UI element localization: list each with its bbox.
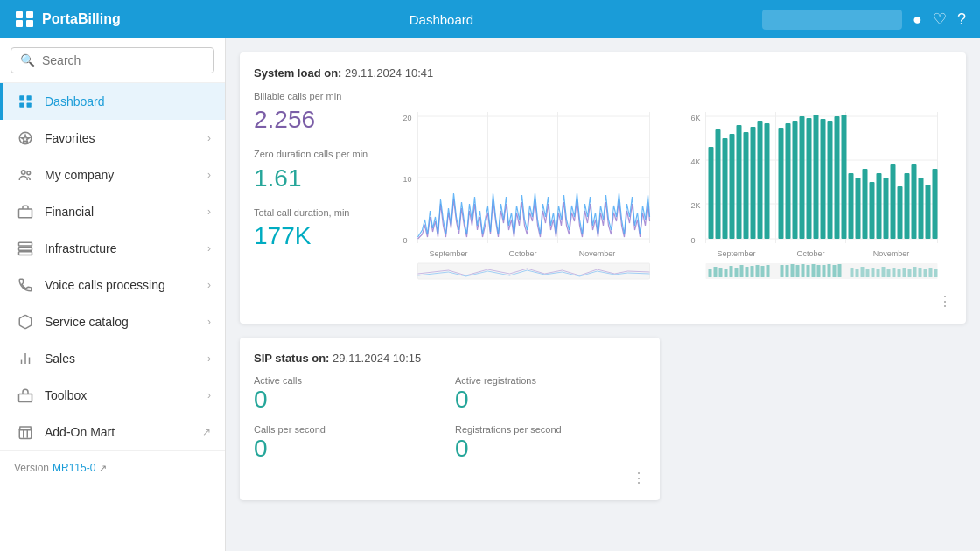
sidebar-item-financial[interactable]: Financial › [0,193,225,230]
svg-rect-91 [756,265,760,277]
sip-expand-icon[interactable]: ⋮ [632,470,646,486]
sip-status-card: SIP status on: 29.11.2024 10:15 Active c… [240,338,660,500]
sip-calls-sec-value: 0 [254,435,444,463]
sip-metric-active-calls: Active calls 0 [254,375,444,414]
svg-rect-95 [786,265,789,277]
svg-rect-86 [730,266,733,277]
svg-rect-14 [19,252,32,255]
sidebar-item-dashboard[interactable]: Dashboard [0,83,225,120]
svg-rect-115 [898,269,901,277]
svg-rect-120 [924,269,928,277]
svg-rect-93 [766,265,770,277]
metric-billable-label: Billable calls per min [254,90,376,102]
svg-rect-97 [796,265,800,277]
svg-rect-60 [814,115,819,239]
expand-icon[interactable]: ⋮ [938,293,952,310]
svg-rect-50 [737,125,742,239]
svg-text:2K: 2K [691,201,701,210]
svg-rect-88 [740,265,744,277]
svg-rect-112 [882,267,886,277]
svg-rect-110 [872,268,875,277]
sip-metrics-grid: Active calls 0 Active registrations 0 Ca… [254,375,646,463]
sidebar-item-service-catalog[interactable]: Service catalog › [0,303,225,340]
svg-rect-59 [807,118,812,239]
svg-rect-111 [877,269,880,277]
svg-rect-85 [724,269,728,277]
svg-text:6K: 6K [691,114,701,122]
svg-rect-77 [933,169,938,239]
sidebar-item-label-sales: Sales [45,352,75,366]
help-icon[interactable]: ? [957,10,966,29]
version-link[interactable]: MR115-0 [52,462,95,474]
nav-search-input[interactable] [762,10,902,30]
briefcase-icon [17,203,34,220]
users-icon [17,166,34,184]
svg-rect-11 [19,209,32,218]
svg-rect-108 [861,267,864,277]
svg-rect-116 [903,268,906,277]
sidebar-item-label-addon: Add-On Mart [45,425,115,439]
svg-rect-63 [835,116,840,239]
app-brand: PortaBilling [42,11,121,27]
svg-rect-58 [800,116,805,239]
metric-billable-value: 2.256 [254,106,376,134]
svg-rect-4 [19,95,24,100]
svg-rect-118 [914,267,917,277]
svg-rect-49 [730,134,735,239]
page-title: Dashboard [410,12,473,27]
svg-rect-113 [887,269,891,277]
svg-rect-101 [817,265,821,277]
sidebar-item-toolbox[interactable]: Toolbox › [0,377,225,414]
svg-rect-87 [735,268,738,277]
svg-rect-105 [838,264,842,277]
sidebar-item-sales[interactable]: Sales › [0,340,225,377]
chart-icon [17,350,34,367]
sip-calls-sec-label: Calls per second [254,424,444,435]
metrics-panel: Billable calls per min 2.256 Zero durati… [254,90,376,286]
metric-total-value: 177K [254,222,376,250]
sidebar-item-addon-mart[interactable]: Add-On Mart ↗ [0,414,225,450]
cube-icon [17,313,34,331]
svg-rect-55 [779,128,784,239]
sidebar-item-my-company[interactable]: My company › [0,157,225,193]
sidebar-item-favorites[interactable]: Favorites › [0,120,225,157]
sidebar-item-voice-calls[interactable]: Voice calls processing › [0,267,225,303]
charts-row: Billable calls per min 2.256 Zero durati… [254,90,952,286]
svg-rect-74 [912,164,917,239]
chevron-icon: › [207,352,211,365]
svg-text:September: September [717,249,755,258]
svg-rect-67 [863,169,868,239]
server-icon [17,240,34,257]
search-input-wrap[interactable]: 🔍 [10,47,214,73]
system-load-card: System load on: 29.11.2024 10:41 Billabl… [240,52,966,324]
user-icon[interactable]: ● [913,10,922,29]
svg-rect-92 [761,266,765,277]
svg-rect-90 [751,266,754,277]
svg-rect-68 [870,182,875,239]
sidebar-item-label-voice: Voice calls processing [45,278,165,292]
sip-reg-sec-label: Registrations per second [455,424,646,435]
sip-active-calls-label: Active calls [254,375,444,386]
svg-rect-12 [19,242,32,246]
top-nav-right: ● ♡ ? [762,10,966,30]
chevron-icon: › [207,389,211,401]
sidebar-item-infrastructure[interactable]: Infrastructure › [0,230,225,267]
svg-text:20: 20 [403,114,412,122]
svg-text:4K: 4K [691,157,701,166]
sidebar: 🔍 Dashboard Favorites › [0,38,226,551]
external-link-icon: ↗ [99,463,107,474]
svg-rect-46 [709,147,714,239]
bell-icon[interactable]: ♡ [933,10,947,29]
svg-rect-2 [16,20,23,27]
svg-rect-98 [802,264,805,277]
sidebar-search-box: 🔍 [0,38,225,83]
sidebar-item-label-financial: Financial [45,205,94,219]
svg-rect-32 [418,263,650,279]
search-input[interactable] [42,53,205,67]
svg-rect-73 [905,173,910,239]
svg-rect-94 [780,265,784,277]
sidebar-footer: Version MR115-0 ↗ [0,450,225,485]
svg-point-10 [27,171,31,175]
svg-rect-76 [926,185,931,239]
chevron-icon: › [207,132,211,144]
